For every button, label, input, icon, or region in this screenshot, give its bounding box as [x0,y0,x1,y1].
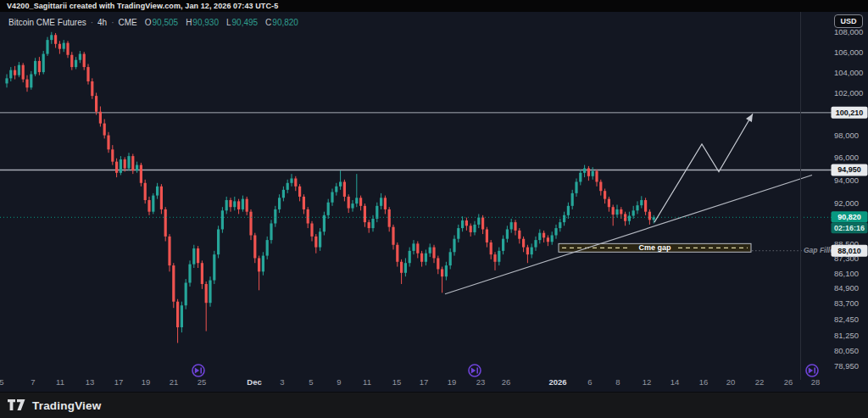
candle-body [351,203,353,208]
candle [147,197,150,215]
candle-body [583,169,586,173]
time-tick: 17 [420,377,429,387]
candle [636,201,638,214]
candle [583,165,586,178]
candle-body [461,220,464,228]
session-break-icon[interactable] [806,365,818,376]
candle-body [42,54,45,73]
candle-body [54,35,57,44]
candle [518,228,520,243]
candle-body [152,196,154,212]
candle [95,92,97,114]
ascending-trendline[interactable] [445,175,812,293]
candle-body [168,237,170,265]
time-tick: 9 [337,377,341,387]
candle [176,299,179,343]
candle [522,237,525,252]
candle [335,183,337,196]
candle [282,187,285,202]
candle-body [127,156,130,168]
price-tick: 92,000 [834,198,859,208]
candle [221,207,224,232]
price-tick: 81,250 [834,331,859,340]
candle-body [632,210,635,215]
candle [420,251,423,267]
candle-body [648,212,651,220]
candle [314,234,317,254]
time-tick: 11 [56,377,64,387]
candle-body [201,263,203,284]
symbol-title[interactable]: Bitcoin CME Futures [8,18,86,27]
candle [604,189,606,204]
time-tick: Dec [247,377,261,387]
candle-body [567,206,570,215]
chart-area[interactable]: Cme gapGap Filled108,000106,000104,00010… [0,12,868,393]
candle [205,281,208,332]
candle-body [416,243,419,253]
session-break-icon[interactable] [192,365,204,376]
candle-body [22,65,25,80]
session-break-icon[interactable] [469,365,481,376]
candle-body [262,256,264,272]
gap-label: Cme gap [638,243,671,252]
candle [34,58,36,76]
candle [599,180,602,196]
candle [587,166,590,181]
candle [425,249,427,265]
price-projection[interactable] [654,112,755,222]
last-price-label: 90,820 [837,213,861,221]
close-key: C [265,18,271,27]
candle [453,235,455,255]
candle-body [371,219,374,228]
candle [429,243,431,257]
candle [237,199,240,215]
price-line-label: 94,950 [837,165,861,174]
time-axis[interactable]: 57111317192125Dec35911151719232620266812… [0,365,820,387]
candle-body [612,207,615,215]
candle [400,259,403,284]
time-tick: 5 [0,377,4,387]
candle [197,246,199,268]
candle-body [258,258,260,271]
candle-body [640,200,643,205]
candle [229,198,231,211]
candle-body [9,70,12,79]
candle [380,193,382,209]
candle-body [599,181,602,191]
candle [506,226,509,242]
legend-separator: · [91,18,93,27]
candle [396,242,398,267]
candle-body [563,215,565,222]
interval-label[interactable]: 4h [97,18,107,27]
candle-body [34,61,36,75]
candle [477,214,480,228]
candle [441,267,443,293]
time-tick: 15 [392,377,402,387]
candle-body [409,251,411,263]
currency-toggle-button[interactable]: USD [834,14,863,28]
tradingview-brand-text[interactable]: TradingView [32,399,101,412]
price-tick: 102,000 [834,88,863,98]
candle-body [233,201,236,207]
candle-body [5,78,8,83]
candle-body [274,209,276,224]
tradingview-logo-icon[interactable] [8,399,26,411]
time-tick: 11 [363,377,371,387]
candlestick-chart[interactable]: Cme gapGap Filled108,000106,000104,00010… [0,12,868,392]
candle [348,194,350,213]
candle-body [140,165,142,183]
candle [592,167,594,180]
candle [22,63,25,82]
high-value: 90,930 [192,18,219,27]
candle-body [441,269,443,276]
candle [217,226,220,258]
candle [270,220,272,243]
candle [75,57,77,69]
price-axis[interactable]: 108,000106,000104,000102,00098,00096,000… [834,27,863,370]
cme-gap-annotation[interactable]: Cme gapGap Filled [559,243,839,254]
candle [38,57,41,75]
candle-body [63,43,65,49]
time-tick: 2026 [548,377,566,387]
time-tick: 6 [587,377,592,387]
price-line-label: 100,210 [836,109,864,117]
